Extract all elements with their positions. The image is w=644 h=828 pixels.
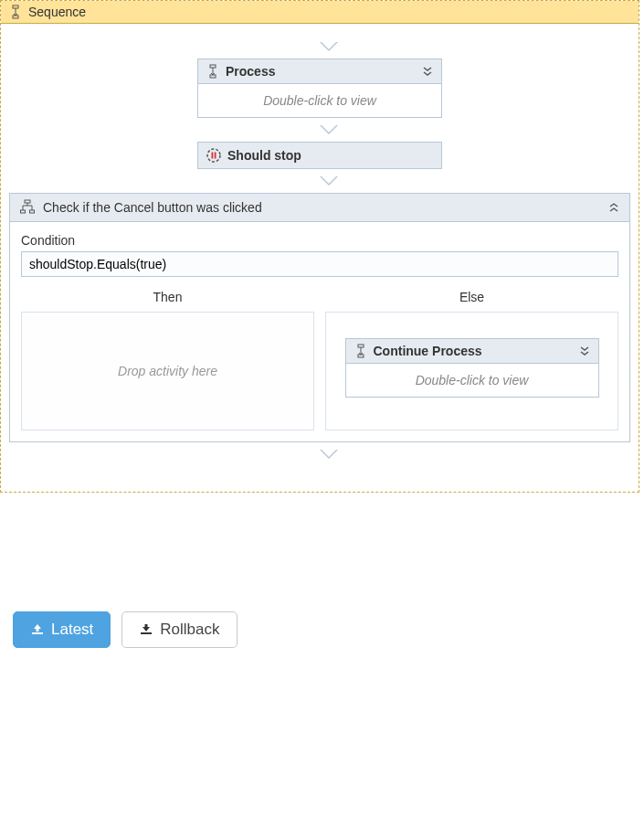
else-branch: Else Continue Process bbox=[325, 286, 618, 430]
process-activity[interactable]: Process Double-click to view bbox=[197, 58, 442, 118]
sequence-header[interactable]: Sequence bbox=[1, 1, 639, 24]
condition-label: Condition bbox=[21, 233, 618, 248]
process-header[interactable]: Process bbox=[198, 59, 441, 84]
stop-icon bbox=[206, 147, 222, 164]
sequence-body: Process Double-click to view Should stop bbox=[1, 24, 639, 492]
insert-activity-arrow[interactable] bbox=[311, 176, 329, 186]
svg-rect-9 bbox=[30, 210, 35, 213]
svg-rect-0 bbox=[13, 5, 18, 8]
svg-rect-5 bbox=[212, 153, 214, 159]
continue-process-header[interactable]: Continue Process bbox=[346, 339, 598, 364]
latest-label: Latest bbox=[51, 621, 93, 639]
if-title: Check if the Cancel button was clicked bbox=[43, 200, 262, 215]
if-activity[interactable]: Check if the Cancel button was clicked C… bbox=[9, 193, 630, 442]
upload-icon bbox=[30, 622, 45, 637]
if-icon bbox=[19, 199, 36, 216]
if-body: Condition Then Drop activity here Else bbox=[10, 222, 629, 441]
then-drop-zone[interactable]: Drop activity here bbox=[21, 312, 314, 430]
then-label: Then bbox=[21, 286, 314, 312]
insert-activity-arrow[interactable] bbox=[311, 125, 329, 134]
continue-process-activity[interactable]: Continue Process Double-click to view bbox=[345, 338, 599, 398]
buttons-row: Latest Rollback bbox=[13, 611, 644, 648]
download-icon bbox=[139, 622, 153, 637]
condition-input[interactable] bbox=[21, 251, 618, 277]
sequence-activity[interactable]: Sequence Process Double-click to view bbox=[0, 0, 639, 493]
should-stop-header[interactable]: Should stop bbox=[198, 143, 441, 168]
else-label: Else bbox=[325, 286, 618, 312]
expand-icon[interactable] bbox=[421, 65, 434, 78]
svg-rect-7 bbox=[25, 200, 30, 203]
should-stop-title: Should stop bbox=[227, 148, 301, 163]
should-stop-activity[interactable]: Should stop bbox=[197, 142, 442, 169]
insert-activity-arrow[interactable] bbox=[311, 450, 329, 459]
svg-rect-6 bbox=[215, 153, 216, 159]
svg-rect-10 bbox=[358, 345, 364, 347]
sequence-title: Sequence bbox=[28, 5, 86, 19]
sequence-icon bbox=[354, 344, 368, 358]
else-drop-zone[interactable]: Continue Process Double-click to view bbox=[325, 312, 618, 430]
expand-icon[interactable] bbox=[578, 345, 591, 357]
svg-rect-8 bbox=[21, 210, 26, 213]
sequence-icon bbox=[206, 64, 220, 79]
svg-rect-2 bbox=[210, 65, 216, 68]
continue-process-body[interactable]: Double-click to view bbox=[346, 364, 598, 397]
then-branch: Then Drop activity here bbox=[21, 286, 314, 430]
process-body[interactable]: Double-click to view bbox=[198, 84, 441, 117]
svg-point-4 bbox=[207, 149, 220, 162]
collapse-icon[interactable] bbox=[607, 201, 620, 214]
process-title: Process bbox=[226, 64, 275, 79]
rollback-label: Rollback bbox=[160, 621, 219, 639]
continue-process-title: Continue Process bbox=[374, 344, 482, 358]
sequence-icon bbox=[8, 5, 23, 19]
latest-button[interactable]: Latest bbox=[13, 611, 111, 648]
insert-activity-arrow[interactable] bbox=[311, 42, 329, 51]
if-header[interactable]: Check if the Cancel button was clicked bbox=[10, 194, 629, 222]
rollback-button[interactable]: Rollback bbox=[121, 611, 237, 648]
